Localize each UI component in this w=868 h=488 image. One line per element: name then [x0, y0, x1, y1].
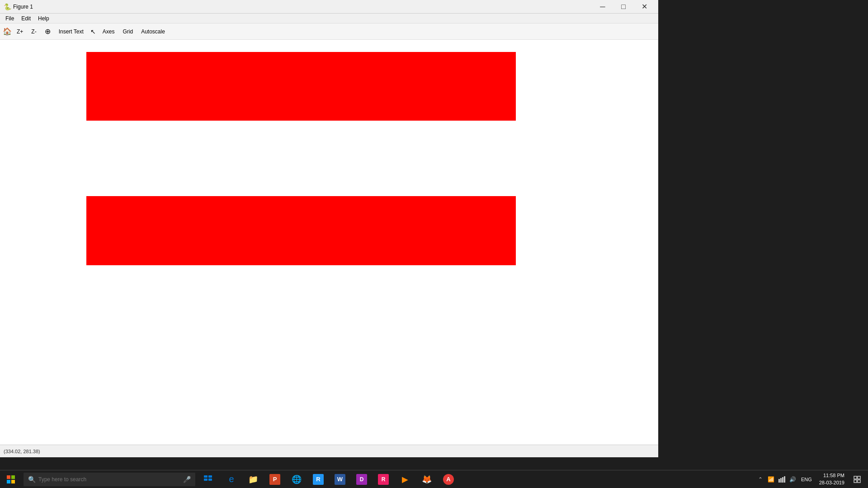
plot-canvas[interactable] — [0, 40, 658, 445]
cursor-icon[interactable]: ↖ — [89, 27, 98, 36]
taskbar: 🔍 🎤 e 📁 — [0, 470, 868, 488]
window-title: Figure 1 — [13, 4, 592, 10]
vlc-icon: ▶ — [400, 474, 410, 485]
taskbar-browser[interactable]: 🌐 — [286, 470, 307, 488]
taskbar-edge[interactable]: e — [221, 470, 242, 488]
tray-chevron[interactable]: ⌃ — [756, 475, 765, 484]
taskbar-app-a[interactable]: A — [438, 470, 459, 488]
insert-text-button[interactable]: Insert Text — [56, 27, 87, 37]
tray-volume[interactable]: 🔊 — [788, 475, 797, 484]
menu-file[interactable]: File — [2, 14, 18, 23]
svg-rect-3 — [11, 480, 15, 483]
svg-rect-1 — [11, 475, 15, 479]
search-input[interactable] — [38, 476, 180, 483]
svg-rect-10 — [782, 477, 783, 483]
r-app-icon: R — [313, 474, 324, 485]
menu-help[interactable]: Help — [34, 14, 53, 23]
taskbar-r-app[interactable]: R — [307, 470, 329, 488]
svg-rect-8 — [778, 479, 780, 483]
notification-center-icon[interactable] — [850, 470, 864, 488]
zoom-out-button[interactable]: Z- — [28, 27, 39, 37]
menu-edit[interactable]: Edit — [18, 14, 34, 23]
svg-rect-11 — [784, 476, 785, 483]
edge-icon: e — [226, 474, 237, 485]
system-tray: ⌃ 📶 🔊 ENG 11:58 PM 28-03-2019 — [756, 470, 868, 488]
svg-rect-9 — [780, 478, 782, 483]
taskbar-apps: e 📁 P 🌐 R W D — [221, 470, 459, 488]
toolbar: 🏠 Z+ Z- ⊕ Insert Text ↖ Axes Grid Autosc… — [0, 23, 658, 40]
svg-rect-6 — [204, 479, 208, 481]
svg-rect-5 — [208, 475, 212, 478]
tray-clock[interactable]: 11:58 PM 28-03-2019 — [816, 472, 848, 486]
taskbar-firefox[interactable]: 🦊 — [416, 470, 438, 488]
svg-rect-0 — [7, 475, 10, 479]
app-a-icon: A — [443, 474, 454, 485]
taskbar-vlc[interactable]: ▶ — [394, 470, 416, 488]
title-bar: 🐍 Figure 1 ─ □ ✕ — [0, 0, 658, 14]
taskbar-word[interactable]: W — [329, 470, 351, 488]
maximize-button[interactable]: □ — [613, 0, 634, 14]
tray-wifi-bars[interactable] — [778, 475, 787, 484]
tray-time-display: 11:58 PM — [819, 472, 844, 479]
svg-rect-14 — [854, 480, 857, 483]
task-view-button[interactable] — [197, 470, 219, 488]
svg-rect-2 — [7, 480, 10, 483]
mic-icon[interactable]: 🎤 — [183, 476, 191, 483]
browser-icon: 🌐 — [291, 474, 302, 485]
tray-language: ENG — [799, 477, 814, 482]
grid-button[interactable]: Grid — [120, 27, 137, 37]
word-icon: W — [335, 474, 345, 485]
svg-rect-7 — [208, 479, 212, 481]
svg-rect-15 — [858, 480, 860, 483]
taskbar-search-bar[interactable]: 🔍 🎤 — [24, 473, 195, 486]
minimize-button[interactable]: ─ — [592, 0, 613, 14]
tray-date-display: 28-03-2019 — [819, 479, 844, 486]
mpl-window: 🐍 Figure 1 ─ □ ✕ File Edit Help 🏠 Z+ Z- … — [0, 0, 658, 457]
menu-bar: File Edit Help — [0, 14, 658, 23]
start-button[interactable] — [0, 470, 22, 488]
coordinates-display: (334.02, 281.38) — [4, 449, 40, 454]
status-bar: (334.02, 281.38) — [0, 445, 658, 457]
pan-button[interactable]: ⊕ — [42, 25, 54, 38]
task-view-icon — [203, 474, 213, 485]
app-r2-icon: R — [378, 474, 389, 485]
svg-rect-13 — [858, 476, 860, 479]
app-d-icon: D — [356, 474, 367, 485]
powerpoint-icon: P — [269, 474, 280, 485]
taskbar-explorer[interactable]: 📁 — [242, 470, 264, 488]
red-rectangle-2 — [86, 196, 516, 265]
close-button[interactable]: ✕ — [634, 0, 655, 14]
axes-button[interactable]: Axes — [99, 27, 118, 37]
svg-rect-12 — [854, 476, 857, 479]
zoom-in-button[interactable]: Z+ — [14, 27, 26, 37]
search-icon: 🔍 — [28, 476, 36, 483]
red-rectangle-1 — [86, 52, 516, 121]
taskbar-app-d[interactable]: D — [351, 470, 373, 488]
taskbar-powerpoint[interactable]: P — [264, 470, 286, 488]
svg-rect-4 — [204, 475, 208, 478]
explorer-icon: 📁 — [248, 474, 259, 485]
taskbar-app-r2[interactable]: R — [373, 470, 394, 488]
firefox-icon: 🦊 — [421, 474, 432, 485]
window-controls: ─ □ ✕ — [592, 0, 655, 14]
autoscale-button[interactable]: Autoscale — [138, 27, 168, 37]
app-icon: 🐍 — [4, 3, 11, 10]
tray-network[interactable]: 📶 — [767, 475, 776, 484]
home-icon[interactable]: 🏠 — [3, 27, 12, 36]
